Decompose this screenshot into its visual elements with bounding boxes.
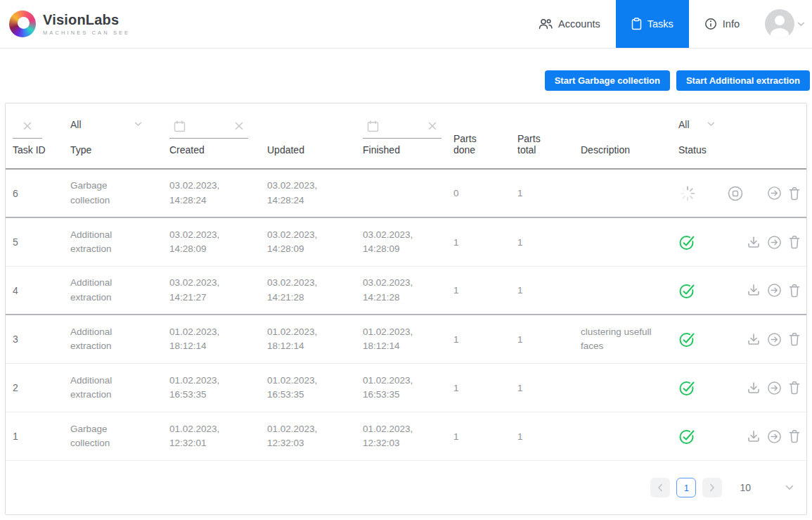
page-number-button[interactable]: 1	[676, 478, 696, 497]
task-id-cell: 1	[6, 431, 70, 442]
updated-cell: 03.02.2023, 14:21:28	[267, 276, 363, 305]
open-task-button[interactable]	[767, 429, 782, 444]
avatar[interactable]	[765, 9, 794, 39]
clear-icon[interactable]	[234, 121, 244, 131]
finished-cell: 03.02.2023, 14:21:28	[363, 276, 453, 305]
brand-name: VisionLabs	[43, 12, 130, 28]
parts-done-cell: 1	[453, 285, 517, 296]
open-task-button[interactable]	[767, 235, 782, 250]
column-description: Description	[581, 103, 678, 168]
success-check-icon	[678, 282, 696, 299]
main-nav: Accounts Tasks Info	[523, 0, 812, 48]
table-row: 2 Additional extraction 01.02.2023, 16:5…	[6, 364, 806, 412]
status-filter-select[interactable]: All	[678, 115, 715, 139]
toolbar: Start Garbage collection Start Additiona…	[0, 70, 810, 91]
column-parts-done: Parts done	[453, 103, 517, 168]
table-row: 3 Additional extraction 01.02.2023, 18:1…	[6, 315, 806, 364]
prev-page-button[interactable]	[650, 478, 670, 497]
actions-cell	[728, 185, 806, 202]
created-cell: 01.02.2023, 16:53:35	[169, 374, 267, 402]
status-cell	[678, 282, 728, 299]
table-row: 1 Garbage collection 01.02.2023, 12:32:0…	[6, 412, 806, 461]
parts-total-header: Parts total	[517, 133, 551, 156]
nav-accounts-label: Accounts	[558, 18, 600, 30]
task-id-cell: 4	[6, 285, 70, 296]
created-filter-input[interactable]	[169, 115, 248, 139]
created-cell: 03.02.2023, 14:28:09	[169, 228, 267, 257]
nav-accounts[interactable]: Accounts	[523, 0, 616, 48]
table-header-row: Task ID All Type Created Updated	[6, 103, 806, 170]
created-cell: 01.02.2023, 12:32:01	[169, 422, 267, 451]
download-result-button[interactable]	[747, 236, 761, 249]
column-type: All Type	[70, 103, 169, 168]
next-page-button[interactable]	[702, 478, 722, 497]
description-cell: clustering usefull faces	[581, 325, 678, 354]
people-icon	[539, 18, 553, 30]
updated-cell: 03.02.2023, 14:28:09	[267, 228, 363, 257]
nav-tasks-label: Tasks	[647, 18, 674, 30]
chevron-left-icon	[657, 483, 663, 492]
actions-cell	[728, 235, 806, 250]
parts-total-cell: 1	[517, 188, 581, 198]
delete-task-button[interactable]	[788, 284, 801, 298]
success-check-icon	[678, 234, 696, 251]
page-size-select[interactable]	[785, 485, 794, 490]
delete-task-button[interactable]	[788, 429, 801, 443]
nav-tasks[interactable]: Tasks	[616, 0, 689, 48]
download-result-button[interactable]	[747, 284, 761, 297]
parts-total-cell: 1	[517, 237, 581, 248]
start-garbage-collection-button[interactable]: Start Garbage collection	[545, 70, 670, 91]
parts-done-cell: 1	[453, 431, 517, 442]
tasks-table: Task ID All Type Created Updated	[5, 103, 807, 515]
stop-task-button[interactable]	[728, 185, 744, 202]
calendar-icon[interactable]	[174, 120, 186, 132]
actions-cell	[728, 429, 806, 444]
download-result-button[interactable]	[747, 430, 761, 443]
parts-done-header: Parts done	[453, 133, 487, 156]
page-size-value: 10	[740, 482, 751, 493]
task-id-filter-input[interactable]	[13, 115, 42, 139]
app-header: VisionLabs MACHINES CAN SEE Accounts Tas…	[0, 0, 812, 49]
download-result-button[interactable]	[747, 381, 761, 395]
column-status: All Status	[678, 103, 728, 168]
table-row: 6 Garbage collection 03.02.2023, 14:28:2…	[6, 170, 806, 218]
description-cell	[581, 383, 678, 393]
finished-filter-input[interactable]	[363, 115, 442, 139]
delete-task-button[interactable]	[788, 235, 801, 249]
nav-info[interactable]: Info	[689, 0, 755, 48]
delete-task-button[interactable]	[788, 186, 801, 201]
parts-done-cell: 1	[453, 237, 517, 248]
chevron-right-icon	[709, 483, 715, 492]
download-result-button[interactable]	[747, 333, 761, 346]
chevron-down-icon[interactable]	[797, 22, 805, 27]
delete-task-button[interactable]	[788, 381, 801, 395]
description-cell	[581, 188, 678, 198]
parts-total-cell: 1	[517, 285, 581, 296]
parts-total-cell: 1	[517, 383, 581, 393]
clear-icon[interactable]	[427, 121, 437, 131]
created-header: Created	[169, 144, 260, 156]
created-cell: 03.02.2023, 14:21:27	[169, 276, 267, 305]
type-cell: Garbage collection	[70, 179, 169, 208]
status-cell	[678, 379, 728, 396]
parts-total-cell: 1	[517, 334, 581, 345]
delete-task-button[interactable]	[788, 332, 801, 346]
open-task-button[interactable]	[767, 186, 782, 201]
task-id-cell: 3	[6, 334, 70, 345]
type-header: Type	[70, 144, 162, 156]
info-icon	[704, 18, 717, 30]
status-cell	[678, 428, 728, 445]
open-task-button[interactable]	[767, 283, 782, 298]
user-menu[interactable]	[765, 9, 805, 39]
open-task-button[interactable]	[767, 332, 782, 347]
finished-cell	[363, 188, 453, 198]
created-cell: 01.02.2023, 18:12:14	[169, 325, 267, 354]
description-header: Description	[581, 144, 671, 156]
calendar-icon[interactable]	[367, 120, 379, 132]
open-task-button[interactable]	[767, 381, 782, 395]
column-created: Created	[169, 103, 267, 168]
type-filter-select[interactable]: All	[70, 115, 142, 139]
start-additional-extraction-button[interactable]: Start Additional extraction	[676, 70, 810, 91]
brand-tagline: MACHINES CAN SEE	[43, 30, 130, 36]
clear-icon[interactable]	[22, 121, 32, 131]
